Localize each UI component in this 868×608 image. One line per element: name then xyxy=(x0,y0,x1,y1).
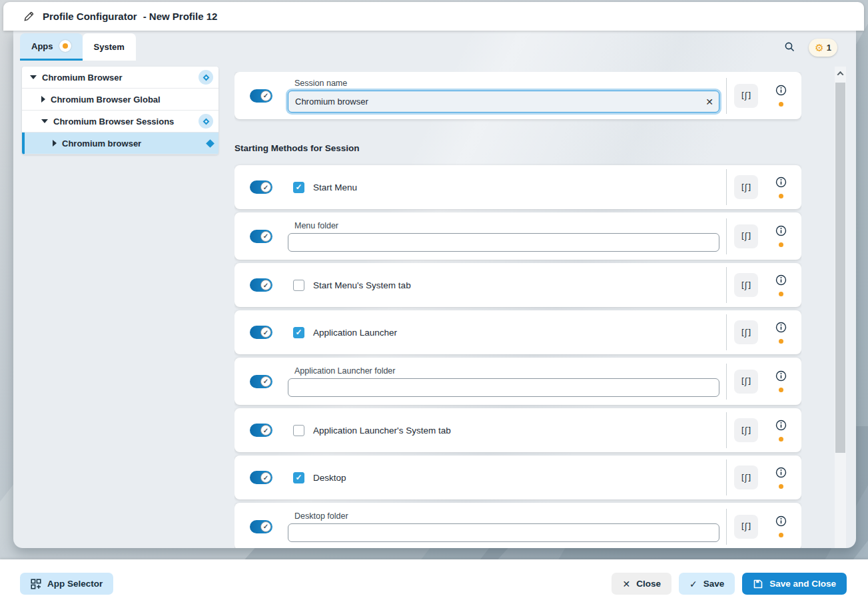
setting-row: Start Menu [ʃ] xyxy=(234,165,801,209)
divider xyxy=(726,509,727,545)
tree-item[interactable]: Chromium Browser Sessions xyxy=(22,111,218,133)
enable-toggle[interactable] xyxy=(250,375,272,388)
function-button[interactable]: [ʃ] xyxy=(734,465,758,489)
search-icon[interactable] xyxy=(783,40,797,56)
tab-bar: Apps System xyxy=(20,33,136,61)
text-input[interactable] xyxy=(288,233,719,252)
checkbox[interactable] xyxy=(293,472,304,483)
field-label: Session name xyxy=(294,79,726,88)
toggle-check-icon xyxy=(260,280,271,290)
checkbox-label: Start Menu's System tab xyxy=(313,280,411,290)
divider xyxy=(726,218,727,254)
checkbox[interactable] xyxy=(293,280,304,291)
info-icon[interactable] xyxy=(775,274,787,286)
caret-right-icon[interactable] xyxy=(41,96,45,103)
info-icon[interactable] xyxy=(775,85,787,96)
app-selector-button[interactable]: App Selector xyxy=(20,573,113,595)
tree-item-label: Chromium Browser Sessions xyxy=(53,117,174,127)
info-icon[interactable] xyxy=(775,322,787,333)
save-button[interactable]: ✓ Save xyxy=(679,573,735,595)
scrollbar-thumb[interactable] xyxy=(835,83,845,453)
checkbox-row: Desktop xyxy=(288,472,726,483)
enable-toggle[interactable] xyxy=(250,520,272,533)
gear-coin-icon: ⚙ xyxy=(815,43,823,53)
tree-item[interactable]: Chromium Browser Global xyxy=(22,89,218,111)
checkbox[interactable] xyxy=(293,182,304,193)
text-input[interactable] xyxy=(288,91,719,113)
checkbox[interactable] xyxy=(293,425,304,436)
enable-toggle[interactable] xyxy=(250,326,272,339)
app-grid-icon xyxy=(31,579,41,589)
section-header: Starting Methods for Session xyxy=(234,143,801,153)
credits-count: 1 xyxy=(827,43,831,53)
clear-icon[interactable]: ✕ xyxy=(705,97,713,107)
checkbox[interactable] xyxy=(293,327,304,338)
function-button[interactable]: [ʃ] xyxy=(734,175,758,199)
credits-badge[interactable]: ⚙ 1 xyxy=(809,39,837,57)
function-button[interactable]: [ʃ] xyxy=(734,370,758,394)
info-icon[interactable] xyxy=(775,467,787,478)
enable-toggle[interactable] xyxy=(250,424,272,437)
close-button[interactable]: ✕ Close xyxy=(612,573,671,595)
function-button[interactable]: [ʃ] xyxy=(734,320,758,344)
info-icon[interactable] xyxy=(775,370,787,382)
text-input[interactable] xyxy=(288,523,719,542)
info-icon[interactable] xyxy=(775,420,787,431)
enable-toggle[interactable] xyxy=(250,278,272,292)
enable-toggle[interactable] xyxy=(250,471,272,484)
field-label: Desktop folder xyxy=(294,511,726,521)
caret-right-icon[interactable] xyxy=(53,140,57,147)
floppy-icon xyxy=(753,579,763,589)
toggle-check-icon xyxy=(260,327,271,338)
footer-bar: App Selector ✕ Close ✓ Save Save and Clo… xyxy=(0,559,868,608)
toggle-check-icon xyxy=(260,425,271,436)
toggle-check-icon xyxy=(260,472,271,483)
caret-down-icon[interactable] xyxy=(41,119,48,123)
tab-system-label: System xyxy=(94,42,125,52)
modified-dot-icon xyxy=(779,437,783,442)
enable-toggle[interactable] xyxy=(250,180,272,194)
divider xyxy=(726,364,727,400)
caret-down-icon[interactable] xyxy=(30,75,37,79)
info-icon[interactable] xyxy=(775,176,787,188)
tab-system[interactable]: System xyxy=(83,33,136,61)
setting-row: Application Launcher [ʃ] xyxy=(234,310,801,354)
close-icon: ✕ xyxy=(622,579,630,589)
modified-dot-icon xyxy=(779,388,783,392)
window-title: Profile Configurator xyxy=(43,11,137,22)
tree-item[interactable]: Chromium Browser xyxy=(22,67,218,89)
modified-dot-icon xyxy=(779,339,783,344)
toggle-check-icon xyxy=(260,376,271,387)
tree-item-label: Chromium Browser Global xyxy=(51,95,161,105)
modified-dot-icon xyxy=(779,533,783,537)
checkbox-row: Start Menu xyxy=(288,182,726,193)
toggle-check-icon xyxy=(260,182,271,192)
function-button[interactable]: [ʃ] xyxy=(734,515,758,539)
orange-dot-badge-icon xyxy=(59,40,71,52)
text-input[interactable] xyxy=(288,378,719,397)
divider xyxy=(726,78,727,114)
save-and-close-button[interactable]: Save and Close xyxy=(742,573,847,595)
tab-apps[interactable]: Apps xyxy=(20,33,83,61)
scrollbar[interactable] xyxy=(835,67,846,548)
checkbox-label: Desktop xyxy=(313,473,346,483)
enable-toggle[interactable] xyxy=(250,230,272,243)
tab-apps-label: Apps xyxy=(31,41,53,51)
function-button[interactable]: [ʃ] xyxy=(734,418,758,442)
diamond-outline-icon xyxy=(199,70,213,85)
scroll-up-icon[interactable] xyxy=(835,67,846,80)
info-icon[interactable] xyxy=(775,515,787,527)
diamond-solid-icon xyxy=(207,141,213,147)
function-button[interactable]: [ʃ] xyxy=(734,273,758,297)
toggle-check-icon xyxy=(260,521,271,532)
check-icon: ✓ xyxy=(689,579,697,589)
info-icon[interactable] xyxy=(775,225,787,236)
function-button[interactable]: [ʃ] xyxy=(734,84,758,108)
function-button[interactable]: [ʃ] xyxy=(734,224,758,248)
toggle-check-icon xyxy=(260,231,271,242)
modified-dot-icon xyxy=(779,484,783,489)
header-actions: ⚙ 1 xyxy=(783,39,837,57)
field-label: Menu folder xyxy=(294,221,726,230)
tree-item[interactable]: Chromium browser xyxy=(22,133,218,154)
enable-toggle[interactable] xyxy=(250,89,272,103)
